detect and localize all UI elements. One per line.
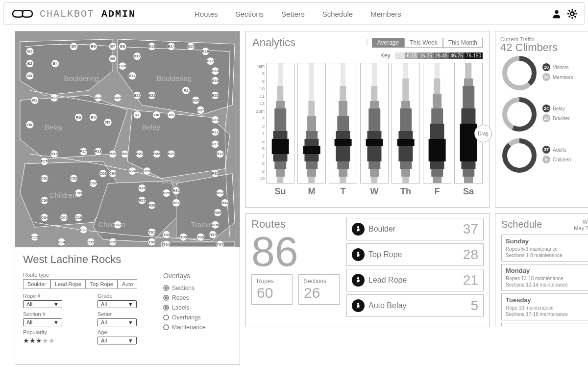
overlay-labels[interactable]: Labels	[163, 304, 232, 311]
route-type-row-boulder[interactable]: Boulder37	[346, 218, 484, 240]
schedule-day-sunday[interactable]: SundayRopes 5-9 maintenanceSections 1-8 …	[501, 235, 588, 262]
rope-filter-select[interactable]: All▼	[23, 300, 62, 308]
svg-text:R4: R4	[91, 115, 96, 120]
legend-item: 5Children	[542, 156, 588, 163]
svg-text:R19: R19	[109, 152, 117, 156]
nav-setters[interactable]: Setters	[281, 10, 305, 18]
route-type-row-top-rope[interactable]: Top Rope28	[346, 243, 484, 266]
brand-admin: ADMIN	[95, 8, 136, 20]
day-axis: SuMTWThFSa	[266, 186, 483, 197]
traffic-panel: Current Traffic 42 Climbers 16Visitors26…	[495, 31, 588, 208]
legend-item: 24Belay	[542, 105, 588, 112]
svg-text:R16: R16	[50, 152, 58, 156]
user-icon[interactable]	[551, 8, 562, 19]
svg-text:T05: T05	[180, 235, 187, 239]
svg-point-1	[570, 12, 574, 15]
heatmap-day-F	[423, 63, 451, 184]
chevron-left-icon[interactable]: 〈	[362, 38, 369, 47]
routes-total: 86	[251, 233, 340, 270]
schedule-range: WeekMay 7-13	[574, 219, 588, 232]
svg-text:B22: B22	[134, 93, 141, 98]
grade-filter-label: Grade	[98, 293, 163, 299]
svg-text:R17: R17	[80, 149, 87, 154]
traffic-donut-1: 24Belay18Boulder	[500, 95, 588, 133]
sections-box: Sections 26	[298, 274, 340, 305]
climber-icon	[352, 223, 365, 236]
section-filter-select[interactable]: All▼	[23, 318, 62, 326]
tab-average[interactable]: Average	[372, 38, 404, 48]
ropes-box: Ropes 60	[251, 274, 293, 305]
traffic-donut-2: 37Adults5Children	[500, 136, 588, 175]
routes-panel: Routes 86 Ropes 60 Sections 26 Boulder37…	[245, 213, 490, 326]
schedule-day-wednesday[interactable]: Wednesday	[501, 323, 588, 326]
svg-text:C02: C02	[70, 176, 77, 181]
svg-text:C03: C03	[75, 191, 82, 195]
svg-text:B4: B4	[53, 61, 58, 66]
svg-text:R30: R30	[172, 188, 180, 193]
route-type-row-lead-rope[interactable]: Lead Rope21	[346, 269, 484, 291]
radio-icon	[163, 305, 169, 311]
heatmap-day-Su	[266, 63, 294, 184]
chevron-down-icon: ▼	[53, 301, 59, 307]
tab-week[interactable]: This Week	[404, 38, 442, 48]
overlay-sections[interactable]: Sections	[163, 285, 232, 291]
svg-text:C06: C06	[41, 198, 48, 203]
overlay-maintenance[interactable]: Maintenance	[163, 324, 232, 331]
svg-text:C07: C07	[90, 181, 97, 185]
map-label-belay-1: Belay	[45, 123, 63, 131]
setter-filter-select[interactable]: All▼	[98, 318, 137, 326]
topbar: CHALKBOT ADMIN Routes Sections Setters S…	[3, 2, 585, 25]
age-filter-label: Age	[98, 329, 163, 335]
chevron-down-icon: ▼	[53, 319, 59, 325]
svg-text:R13: R13	[212, 142, 219, 146]
svg-text:R10: R10	[212, 118, 219, 122]
map-label-children-1: Children	[49, 191, 77, 199]
svg-text:C15: C15	[87, 240, 95, 244]
grade-filter-select[interactable]: All▼	[98, 300, 137, 308]
svg-text:C11: C11	[80, 228, 87, 232]
nav-sections[interactable]: Sections	[236, 10, 264, 18]
svg-line-6	[569, 10, 570, 12]
schedule-day-tuesday[interactable]: TuesdayRope 10 maintenanceSections 17-18…	[501, 293, 588, 320]
route-type-row-auto-belay[interactable]: Auto Belay5	[346, 294, 484, 317]
svg-text:B6: B6	[91, 44, 96, 49]
age-filter-select[interactable]: All▼	[98, 337, 137, 344]
nav-members[interactable]: Members	[370, 10, 401, 18]
gear-icon[interactable]	[567, 8, 578, 19]
route-type-top[interactable]: Top Rope	[86, 279, 118, 289]
svg-text:C10: C10	[75, 215, 82, 220]
climber-icon	[352, 248, 365, 261]
schedule-day-monday[interactable]: MondayRopes 13-18 maintenanceSections 12…	[501, 264, 588, 291]
popularity-stars[interactable]: ★★★★★	[23, 337, 89, 344]
overlay-overhangs[interactable]: Overhangs	[163, 314, 232, 321]
key-bucket: 76-150	[465, 53, 483, 59]
svg-text:R35: R35	[214, 210, 221, 215]
svg-text:B25: B25	[50, 96, 58, 100]
schedule-title: Schedule	[501, 219, 542, 230]
route-type-lead[interactable]: Lead Rope	[50, 279, 86, 289]
svg-text:R33: R33	[217, 191, 224, 195]
route-type-auto[interactable]: Auto	[118, 279, 138, 289]
svg-point-98	[357, 277, 359, 279]
climber-icon	[352, 299, 365, 312]
drag-handle[interactable]: Drag	[474, 125, 492, 142]
svg-text:B24: B24	[95, 96, 102, 100]
tab-month[interactable]: This Month	[443, 38, 483, 48]
svg-text:B11: B11	[129, 74, 136, 78]
overlay-ropes[interactable]: Ropes	[163, 294, 232, 301]
nav-schedule[interactable]: Schedule	[322, 10, 353, 18]
radio-icon	[163, 324, 169, 330]
carabiner-logo-icon	[10, 8, 35, 20]
nav-routes[interactable]: Routes	[195, 10, 218, 18]
route-type-boulder[interactable]: Boulder	[23, 279, 50, 289]
svg-text:R37: R37	[209, 233, 217, 237]
gym-map[interactable]: Bouldering Bouldering Belay Belay Belay …	[15, 31, 240, 247]
svg-text:R15: R15	[41, 159, 48, 163]
svg-point-99	[357, 303, 359, 305]
gym-name: West Lachine Rocks	[23, 253, 232, 266]
svg-text:B1: B1	[27, 49, 33, 53]
svg-text:B7: B7	[110, 44, 116, 49]
analytics-title: Analytics	[252, 36, 295, 49]
svg-text:C12: C12	[114, 223, 122, 227]
legend-item: 37Adults	[542, 146, 588, 154]
